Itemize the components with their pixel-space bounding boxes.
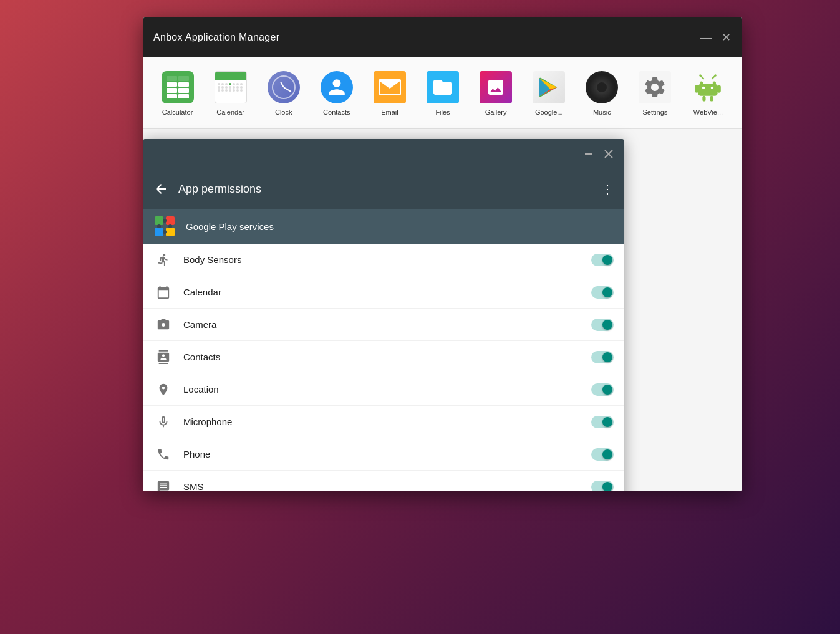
- microphone-toggle[interactable]: [591, 416, 614, 428]
- settings-icon: [639, 71, 671, 103]
- location-toggle-knob: [602, 385, 612, 395]
- location-label: Location: [183, 384, 591, 395]
- contacts-perm-label: Contacts: [183, 352, 591, 362]
- app-item-gallery[interactable]: Gallery: [472, 65, 520, 121]
- svg-point-11: [700, 74, 702, 76]
- gallery-icon: [480, 71, 512, 103]
- sms-icon: [153, 477, 173, 492]
- music-icon: [586, 71, 618, 103]
- svg-rect-5: [703, 96, 706, 102]
- microphone-icon: [153, 412, 173, 432]
- app-row-icon: [153, 215, 176, 238]
- googleplay-icon-wrapper: [531, 70, 566, 105]
- app-row-name: Google Play services: [186, 221, 274, 232]
- sms-toggle[interactable]: [591, 481, 614, 492]
- calendar-icon-wrapper: [213, 70, 248, 105]
- svg-point-8: [711, 87, 713, 89]
- svg-point-20: [163, 219, 167, 223]
- contacts-label: Contacts: [323, 108, 350, 116]
- app-item-email[interactable]: Email: [365, 65, 413, 121]
- permission-item-body-sensors: Body Sensors: [143, 244, 624, 276]
- app-item-contacts[interactable]: Contacts: [312, 65, 360, 121]
- permission-item-phone: Phone: [143, 438, 624, 471]
- app-item-calculator[interactable]: Calculator: [153, 65, 201, 121]
- contacts-perm-icon: [153, 347, 173, 367]
- calendar-toggle[interactable]: [591, 286, 614, 299]
- settings-icon-wrapper: [637, 70, 672, 105]
- email-icon: [374, 71, 406, 103]
- person-icon: [327, 77, 347, 97]
- body-sensors-toggle[interactable]: [591, 254, 614, 266]
- contacts-toggle-knob: [602, 352, 612, 362]
- permission-item-calendar: Calendar: [143, 276, 624, 309]
- email-label: Email: [381, 108, 398, 116]
- camera-label: Camera: [183, 319, 591, 330]
- svg-rect-16: [155, 216, 163, 225]
- calculator-icon: [162, 71, 194, 103]
- microphone-label: Microphone: [183, 416, 591, 427]
- contacts-icon-wrapper: [319, 70, 354, 105]
- calendar-perm-icon: [153, 282, 173, 302]
- envelope-icon: [379, 79, 401, 95]
- calculator-icon-wrapper: [160, 70, 195, 105]
- back-button[interactable]: [153, 181, 168, 196]
- clock-face: [272, 75, 296, 99]
- camera-toggle-knob: [602, 320, 612, 330]
- contacts-icon: [321, 71, 353, 103]
- calendar-toggle-knob: [602, 287, 612, 297]
- permission-item-contacts: Contacts: [143, 341, 624, 373]
- googleplay-icon: [533, 71, 565, 103]
- gallery-label: Gallery: [485, 108, 507, 116]
- permissions-list: Body Sensors Calendar Ca: [143, 244, 624, 491]
- calendar-perm-label: Calendar: [183, 287, 591, 297]
- app-item-music[interactable]: Music: [578, 65, 626, 121]
- app-item-googleplay[interactable]: Google...: [525, 65, 573, 121]
- location-toggle[interactable]: [591, 383, 614, 396]
- app-item-settings[interactable]: Settings: [631, 65, 679, 121]
- body-sensors-toggle-knob: [602, 255, 612, 265]
- location-icon: [153, 380, 173, 400]
- camera-toggle[interactable]: [591, 319, 614, 331]
- title-bar: Anbox Application Manager — ✕: [143, 17, 742, 57]
- svg-rect-3: [695, 85, 699, 93]
- phone-toggle[interactable]: [591, 448, 614, 461]
- svg-rect-18: [155, 228, 163, 236]
- permission-item-microphone: Microphone: [143, 406, 624, 438]
- app-item-files[interactable]: Files: [418, 65, 466, 121]
- dialog-close-button[interactable]: [599, 144, 619, 164]
- dialog-header: App permissions ⋮: [143, 169, 624, 209]
- phone-icon: [153, 444, 173, 464]
- body-sensors-label: Body Sensors: [183, 254, 591, 265]
- app-window: Anbox Application Manager — ✕ Calculator: [143, 17, 742, 491]
- more-options-button[interactable]: ⋮: [601, 181, 614, 196]
- dialog-minimize-button[interactable]: [579, 144, 599, 164]
- calendar-label: Calendar: [216, 108, 244, 116]
- app-item-clock[interactable]: Clock: [259, 65, 307, 121]
- webview-icon-wrapper: [690, 70, 725, 105]
- app-title: Anbox Application Manager: [153, 32, 279, 43]
- contacts-toggle[interactable]: [591, 351, 614, 363]
- calculator-label: Calculator: [162, 108, 193, 116]
- permission-item-location: Location: [143, 373, 624, 406]
- svg-rect-4: [717, 85, 721, 93]
- app-item-calendar[interactable]: Calendar: [206, 65, 254, 121]
- phone-label: Phone: [183, 449, 591, 459]
- permissions-dialog: App permissions ⋮ Google: [143, 139, 624, 491]
- clock-minute-hand: [283, 87, 291, 92]
- files-label: Files: [435, 108, 450, 116]
- gallery-icon-wrapper: [478, 70, 513, 105]
- svg-rect-13: [585, 153, 592, 155]
- svg-point-7: [702, 87, 705, 89]
- googleplay-label: Google...: [535, 108, 563, 116]
- close-button[interactable]: ✕: [720, 31, 732, 44]
- app-item-webview[interactable]: WebVie...: [684, 65, 732, 121]
- settings-label: Settings: [643, 108, 668, 116]
- camera-icon: [153, 315, 173, 335]
- clock-label: Clock: [275, 108, 292, 116]
- email-icon-wrapper: [372, 70, 407, 105]
- phone-toggle-knob: [602, 449, 612, 459]
- permission-item-sms: SMS: [143, 471, 624, 491]
- svg-rect-19: [166, 228, 175, 236]
- minimize-button[interactable]: —: [700, 31, 712, 44]
- music-center: [597, 82, 607, 92]
